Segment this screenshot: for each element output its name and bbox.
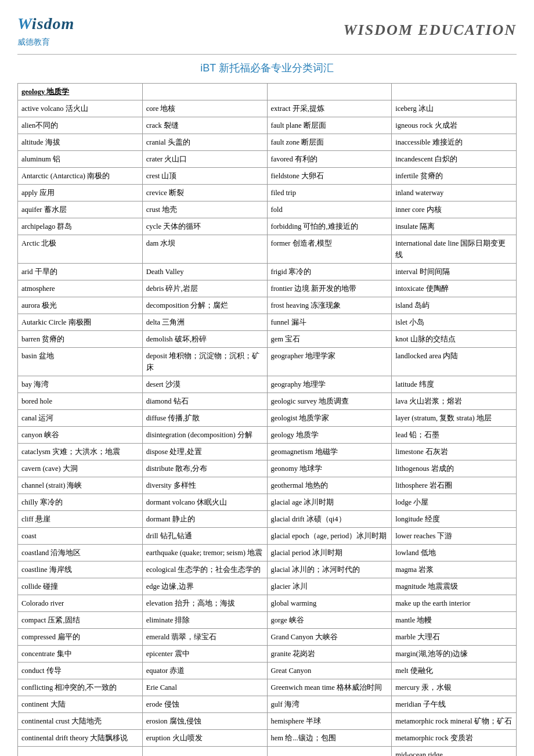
- table-cell: igneous rock 火成岩: [392, 117, 517, 134]
- table-row: archipelago 群岛cycle 天体的循环forbidding 可怕的,…: [18, 218, 517, 235]
- table-cell: bored hole: [18, 393, 143, 410]
- table-row: Colorado riverelevation 抬升；高地；海拔global w…: [18, 595, 517, 612]
- table-cell: lava 火山岩浆；熔岩: [392, 393, 517, 410]
- table-cell: geothermal 地热的: [267, 477, 392, 494]
- table-cell: landlocked area 内陆: [392, 348, 517, 376]
- table-cell: Greenwich mean time 格林威治时间: [267, 679, 392, 696]
- table-row: continent 大陆erode 侵蚀gulf 海湾meridian 子午线: [18, 696, 517, 713]
- table-cell: hemisphere 半球: [267, 713, 392, 730]
- table-cell: [267, 84, 392, 100]
- table-cell: inland waterway: [392, 185, 517, 201]
- table-row: aluminum 铝crater 火山口favored 有利的incandesc…: [18, 151, 517, 168]
- table-cell: hem 给...镶边；包围: [267, 730, 392, 747]
- table-cell: [392, 84, 517, 100]
- table-row: mid-ocean ridge: [18, 747, 517, 757]
- table-cell: global warming: [267, 595, 392, 612]
- table-row: Antarctic (Antarctica) 南极的crest 山顶fields…: [18, 168, 517, 185]
- page-title: iBT 新托福必备专业分类词汇: [17, 60, 517, 76]
- table-cell: diffuse 传播,扩散: [142, 410, 267, 427]
- table-cell: Great Canyon: [267, 663, 392, 679]
- table-cell: delta 三角洲: [142, 314, 267, 331]
- table-cell: fault plane 断层面: [267, 117, 392, 134]
- table-row: barren 贫瘠的demolish 破坏,粉碎gem 宝石knot 山脉的交结…: [18, 331, 517, 348]
- table-row: cavern (cave) 大洞distribute 散布,分布geonomy …: [18, 460, 517, 477]
- table-cell: dormant 静止的: [142, 511, 267, 528]
- table-cell: ecological 生态学的；社会生态学的: [142, 561, 267, 578]
- table-cell: debris 碎片,岩层: [142, 280, 267, 297]
- table-cell: cranial 头盖的: [142, 134, 267, 151]
- table-cell: intoxicate 使陶醉: [392, 280, 517, 297]
- table-row: conflicting 相冲突的,不一致的Erie CanalGreenwich…: [18, 679, 517, 696]
- table-cell: lithogenous 岩成的: [392, 460, 517, 477]
- table-cell: geology 地质学: [267, 427, 392, 444]
- table-cell: limestone 石灰岩: [392, 444, 517, 460]
- table-cell: aquifer 蓄水层: [18, 201, 143, 218]
- table-cell: glacial age 冰川时期: [267, 494, 392, 511]
- table-cell: inner core 内核: [392, 201, 517, 218]
- table-cell: margin(湖,池等的)边缘: [392, 646, 517, 663]
- table-row: conduct 传导equator 赤道Great Canyonmelt 使融化: [18, 663, 517, 679]
- table-cell: glacier 冰川: [267, 578, 392, 595]
- table-cell: coast: [18, 528, 143, 545]
- table-row: coastland 沿海地区earthquake (quake; tremor;…: [18, 545, 517, 561]
- table-cell: canal 运河: [18, 410, 143, 427]
- table-cell: interval 时间间隔: [392, 264, 517, 280]
- table-cell: island 岛屿: [392, 297, 517, 314]
- table-row: collide 碰撞edge 边缘,边界glacier 冰川magnitude …: [18, 578, 517, 595]
- table-cell: aurora 极光: [18, 297, 143, 314]
- table-cell: core 地核: [142, 100, 267, 117]
- table-cell: bay 海湾: [18, 376, 143, 393]
- table-row: compact 压紧,固结eliminate 排除gorge 峡谷mantle …: [18, 612, 517, 629]
- table-row: bay 海湾desert 沙漠geography 地理学latitude 纬度: [18, 376, 517, 393]
- table-cell: geologist 地质学家: [267, 410, 392, 427]
- table-cell: altitude 海拔: [18, 134, 143, 151]
- table-cell: geography 地理学: [267, 376, 392, 393]
- table-cell: crevice 断裂: [142, 185, 267, 201]
- table-row: arid 干旱的Death Valleyfrigid 寒冷的interval 时…: [18, 264, 517, 280]
- table-cell: metamorphic rock 变质岩: [392, 730, 517, 747]
- table-cell: glacial epoch（age, period）冰川时期: [267, 528, 392, 545]
- table-row: geology 地质学: [18, 84, 517, 100]
- table-cell: demolish 破坏,粉碎: [142, 331, 267, 348]
- table-cell: filed trip: [267, 185, 392, 201]
- table-cell: inaccessible 难接近的: [392, 134, 517, 151]
- table-cell: earthquake (quake; tremor; seism) 地震: [142, 545, 267, 561]
- table-cell: fieldstone 大卵石: [267, 168, 392, 185]
- table-cell: cycle 天体的循环: [142, 218, 267, 235]
- table-cell: extract 开采,提炼: [267, 100, 392, 117]
- table-cell: Autarkic Circle 南极圈: [18, 314, 143, 331]
- table-row: coastdrill 钻孔,钻通glacial epoch（age, perio…: [18, 528, 517, 545]
- table-cell: coastland 沿海地区: [18, 545, 143, 561]
- table-cell: granite 花岗岩: [267, 646, 392, 663]
- table-cell: chilly 寒冷的: [18, 494, 143, 511]
- table-cell: canyon 峡谷: [18, 427, 143, 444]
- table-cell: favored 有利的: [267, 151, 392, 168]
- table-cell: glacial 冰川的；冰河时代的: [267, 561, 392, 578]
- table-cell: frontier 边境 新开发的地带: [267, 280, 392, 297]
- table-cell: marble 大理石: [392, 629, 517, 646]
- table-row: compressed 扁平的emerald 翡翠，绿宝石Grand Canyon…: [18, 629, 517, 646]
- table-row: alien不同的crack 裂缝fault plane 断层面igneous r…: [18, 117, 517, 134]
- table-cell: frost heaving 冻涨现象: [267, 297, 392, 314]
- table-cell: eliminate 排除: [142, 612, 267, 629]
- table-cell: basin 盆地: [18, 348, 143, 376]
- table-cell: conflicting 相冲突的,不一致的: [18, 679, 143, 696]
- header: Wisdom 威德教育 WISDOM EDUCATION: [17, 12, 517, 48]
- table-row: continental crust 大陆地壳erosion 腐蚀,侵蚀hemis…: [18, 713, 517, 730]
- table-cell: diversity 多样性: [142, 477, 267, 494]
- table-row: aquifer 蓄水层crust 地壳foldinner core 内核: [18, 201, 517, 218]
- table-row: atmospheredebris 碎片,岩层frontier 边境 新开发的地带…: [18, 280, 517, 297]
- table-cell: geology 地质学: [18, 84, 143, 100]
- table-cell: concentrate 集中: [18, 646, 143, 663]
- logo-chinese: 威德教育: [17, 36, 50, 48]
- table-cell: channel (strait) 海峡: [18, 477, 143, 494]
- table-row: Autarkic Circle 南极圈delta 三角洲funnel 漏斗isl…: [18, 314, 517, 331]
- table-cell: fold: [267, 201, 392, 218]
- table-cell: compressed 扁平的: [18, 629, 143, 646]
- table-cell: coastline 海岸线: [18, 561, 143, 578]
- table-cell: metamorphic rock mineral 矿物；矿石: [392, 713, 517, 730]
- table-cell: magma 岩浆: [392, 561, 517, 578]
- table-cell: [267, 747, 392, 757]
- table-cell: cliff 悬崖: [18, 511, 143, 528]
- table-cell: gorge 峡谷: [267, 612, 392, 629]
